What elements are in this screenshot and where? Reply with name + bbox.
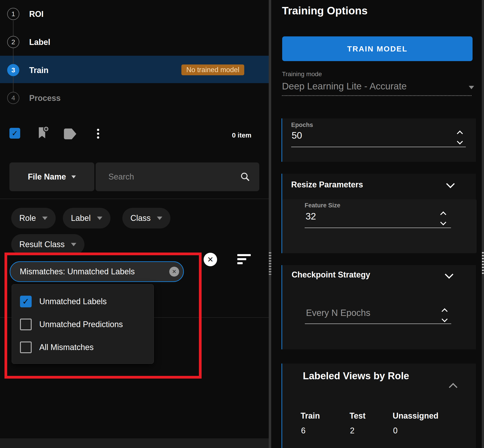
- stepper-down-icon[interactable]: [440, 219, 446, 225]
- step-label-label[interactable]: Label: [29, 38, 50, 47]
- stepper-up-icon[interactable]: [442, 308, 448, 314]
- chevron-down-icon[interactable]: [445, 270, 453, 279]
- step-number: 1: [11, 10, 15, 18]
- feature-size-value[interactable]: 32: [305, 211, 316, 222]
- resize-parameters-header[interactable]: Resize Parameters: [291, 180, 363, 189]
- filter-chip-label[interactable]: Label: [63, 208, 110, 229]
- role-count-test: 2: [350, 426, 354, 435]
- search-box[interactable]: [96, 162, 259, 191]
- checkpoint-strategy-card: Checkpoint Strategy Every N Epochs: [281, 265, 476, 349]
- step-circle-process[interactable]: 4: [7, 92, 19, 104]
- chip-label: Role: [19, 213, 36, 223]
- step-number: 2: [11, 38, 15, 46]
- checkpoint-strategy-header[interactable]: Checkpoint Strategy: [292, 270, 370, 280]
- role-column-test: Test: [350, 411, 366, 421]
- labeled-views-title: Labeled Views by Role: [303, 368, 411, 384]
- chip-label: Class: [130, 213, 151, 223]
- stepper-down-icon[interactable]: [442, 316, 448, 322]
- train-model-button-label: TRAIN MODEL: [347, 45, 407, 53]
- caret-down-icon[interactable]: [469, 86, 474, 89]
- step-label-roi[interactable]: ROI: [29, 9, 44, 19]
- clear-filters-close-icon[interactable]: ✕: [204, 253, 217, 266]
- step-number: 4: [11, 94, 15, 102]
- role-count-train: 6: [301, 426, 305, 435]
- menu-item-unmatched-labels[interactable]: ✓ Unmatched Labels: [20, 296, 107, 307]
- filter-chip-result-class[interactable]: Result Class: [11, 234, 84, 255]
- tag-icon[interactable]: [64, 128, 78, 139]
- role-column-train: Train: [301, 411, 320, 421]
- sort-icon[interactable]: [237, 254, 251, 266]
- badge-text: No trained model: [186, 66, 239, 74]
- stepper-down-icon[interactable]: [457, 138, 463, 144]
- epochs-value[interactable]: 50: [292, 130, 302, 141]
- input-underline: [291, 147, 466, 147]
- step-circle-train[interactable]: 3: [7, 64, 19, 76]
- mismatch-options-menu: ✓ Unmatched Labels Unmatched Predictions…: [12, 284, 154, 364]
- active-filter-label: Mismatches: Unmatched Labels: [20, 267, 135, 276]
- train-model-button[interactable]: TRAIN MODEL: [282, 36, 473, 61]
- stepper-up-icon[interactable]: [457, 130, 463, 136]
- training-options-title: Training Options: [282, 5, 367, 17]
- no-trained-model-badge: No trained model: [181, 64, 244, 75]
- app-window: 1 ROI 2 Label 3 Train No trained model 4…: [0, 0, 484, 448]
- filter-chip-role[interactable]: Role: [11, 208, 56, 229]
- menu-item-label: Unmatched Labels: [39, 297, 107, 306]
- input-underline: [305, 228, 451, 228]
- checkbox-unchecked-icon[interactable]: [20, 319, 32, 330]
- stepper-up-icon[interactable]: [440, 211, 446, 217]
- caret-down-icon: [71, 176, 76, 178]
- bookmark-add-icon[interactable]: [36, 126, 50, 140]
- checkbox-unchecked-icon[interactable]: [20, 342, 32, 353]
- role-column-unassigned: Unassigned: [393, 411, 438, 421]
- sort-field-label: File Name: [28, 172, 66, 182]
- more-options-kebab-icon[interactable]: [97, 127, 99, 140]
- resize-parameters-card: Resize Parameters Feature Size 32: [281, 174, 476, 253]
- training-mode-label: Training mode: [282, 71, 322, 78]
- sort-field-selector[interactable]: File Name: [9, 162, 94, 191]
- chip-label: Result Class: [19, 240, 65, 249]
- menu-item-label: Unmatched Predictions: [39, 320, 123, 329]
- active-filter-chip-mismatches[interactable]: Mismatches: Unmatched Labels ✕: [10, 261, 184, 282]
- horizontal-scrollbar[interactable]: [0, 438, 269, 448]
- splitter-drag-handle[interactable]: [270, 252, 271, 275]
- step-number: 3: [11, 66, 15, 74]
- training-mode-select[interactable]: Deep Learning Lite - Accurate: [282, 81, 407, 92]
- role-count-unassigned: 0: [393, 426, 398, 435]
- checkpoint-stepper[interactable]: [443, 309, 447, 321]
- feature-size-stepper[interactable]: [441, 212, 445, 224]
- filter-chip-class[interactable]: Class: [122, 208, 170, 229]
- caret-down-icon: [71, 243, 76, 246]
- divider-line: [0, 199, 269, 199]
- right-edge-drag-handle[interactable]: [482, 252, 484, 275]
- chevron-up-icon[interactable]: [449, 383, 457, 391]
- epochs-stepper[interactable]: [458, 131, 462, 144]
- caret-down-icon: [157, 216, 162, 220]
- feature-size-subcard: Feature Size 32: [282, 199, 476, 253]
- step-circle-label[interactable]: 2: [7, 36, 19, 48]
- epochs-card: Epochs 50: [281, 118, 476, 162]
- checkbox-checked-icon[interactable]: ✓: [20, 296, 32, 307]
- right-edge-splitter[interactable]: [482, 0, 484, 448]
- chip-label: Label: [71, 213, 91, 223]
- select-all-checkbox[interactable]: ✓: [9, 128, 20, 139]
- remove-filter-icon[interactable]: ✕: [169, 267, 179, 277]
- step-label-train[interactable]: Train: [29, 66, 48, 75]
- panel-splitter[interactable]: [269, 0, 271, 448]
- step-circle-roi[interactable]: 1: [7, 8, 19, 20]
- splitter-drag-handle[interactable]: [269, 252, 270, 275]
- dotted-underline: [282, 95, 471, 96]
- caret-down-icon: [42, 216, 47, 220]
- labeled-views-card: Labeled Views by Role Train Test Unassig…: [281, 364, 476, 448]
- search-icon[interactable]: [240, 172, 250, 182]
- training-mode-value: Deep Learning Lite - Accurate: [282, 81, 407, 91]
- chevron-down-icon[interactable]: [446, 179, 455, 188]
- step-label-process[interactable]: Process: [29, 94, 61, 103]
- checkpoint-strategy-value[interactable]: Every N Epochs: [306, 308, 370, 318]
- item-count: 0 item: [232, 131, 251, 139]
- input-underline: [305, 324, 451, 324]
- menu-item-all-mismatches[interactable]: All Mismatches: [20, 342, 94, 353]
- menu-item-unmatched-predictions[interactable]: Unmatched Predictions: [20, 319, 123, 330]
- search-input[interactable]: [108, 172, 226, 182]
- menu-item-label: All Mismatches: [39, 343, 94, 352]
- caret-down-icon: [97, 216, 102, 220]
